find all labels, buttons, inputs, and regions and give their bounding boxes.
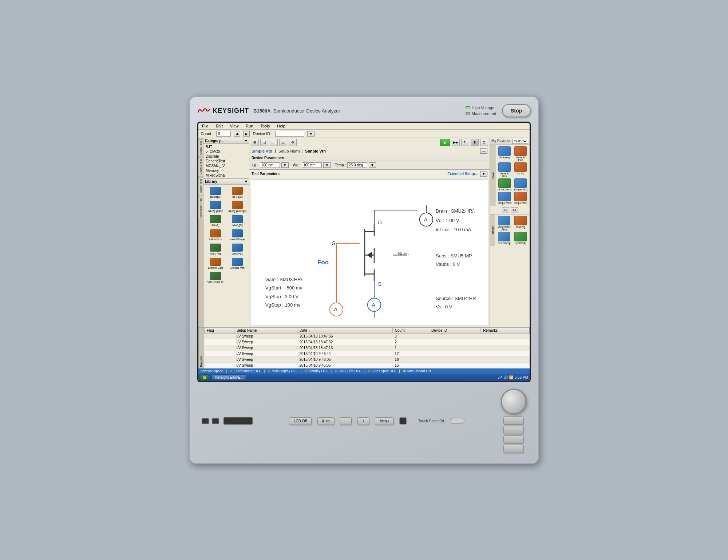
lib-item-itsub[interactable]: Itsub-Vg bbox=[205, 243, 226, 256]
fav-qscv4[interactable]: QSCV[4] bbox=[513, 232, 528, 244]
menu-tools[interactable]: Tools bbox=[259, 123, 272, 129]
menu-run[interactable]: Run bbox=[244, 123, 254, 129]
pause-button[interactable]: ⏸ bbox=[471, 139, 479, 146]
icon-btn-more[interactable]: ⚙ bbox=[289, 139, 297, 146]
col-count[interactable]: Count bbox=[392, 328, 429, 334]
large-knob[interactable] bbox=[501, 389, 526, 414]
lcd-off-button[interactable]: LCD Off bbox=[289, 417, 312, 425]
temp-input[interactable] bbox=[347, 162, 367, 168]
svg-text:Gate : SMU3:HR/.: Gate : SMU3:HR/. bbox=[265, 277, 304, 282]
svg-text:A: A bbox=[334, 307, 338, 312]
fav-diode-iv-fwd[interactable]: Diode IV Fwd bbox=[513, 146, 528, 161]
lib-item-vthconstid[interactable]: Vth Const Id bbox=[205, 271, 226, 284]
lib-item-ionoff[interactable]: IonIoffSlope bbox=[227, 229, 248, 242]
toolbar-btn2[interactable]: ▶ bbox=[243, 131, 250, 137]
tab-classic-test[interactable]: Classic Test bbox=[198, 157, 203, 177]
lib-item-pulse3[interactable]: pulse[3] bbox=[205, 186, 226, 199]
lib-item-idvg3[interactable]: Id-Vg[3] bbox=[227, 214, 248, 228]
category-discrete[interactable]: Discrete bbox=[204, 154, 249, 159]
expand-right-btn[interactable]: >> bbox=[502, 207, 509, 213]
lib-item-simplevth[interactable]: Simple Vth bbox=[227, 257, 248, 270]
taskbar-app[interactable]: Keysight EasyE... bbox=[211, 374, 246, 380]
status-separator2: | bbox=[264, 369, 265, 373]
fav-simple-vth3[interactable]: Simple Vth3 bbox=[497, 192, 512, 204]
favorite-select[interactable]: Test1 bbox=[512, 139, 528, 144]
tab-tracer-test[interactable]: Tracer Test bbox=[198, 177, 203, 196]
fav-cv-sweep[interactable]: C-V Sweep bbox=[496, 232, 512, 244]
lib-item-qscv4[interactable]: QSCV[4] bbox=[227, 243, 248, 256]
lib-item-idvgpulse3[interactable]: Id-Vg pulse[3] bbox=[227, 200, 248, 213]
fav-3dvg[interactable]: 3d-Vg bbox=[513, 162, 528, 177]
col-flag[interactable]: Flag bbox=[205, 328, 234, 334]
minus-button[interactable]: − bbox=[340, 417, 352, 425]
fav-idvd-demo[interactable]: Id-Vd Demo bbox=[497, 178, 512, 191]
icon-btn-list[interactable]: ☰ bbox=[279, 139, 287, 146]
col-date[interactable]: Date ↓ bbox=[297, 328, 392, 334]
toolbar-row: Count : ◀ ▶ Device ID : ▼ bbox=[198, 130, 530, 138]
col-remarks[interactable]: Remarks bbox=[481, 328, 530, 334]
lib-item-3dvgpulse[interactable]: 3d-Vg pulse bbox=[205, 200, 226, 213]
wg-input[interactable] bbox=[302, 162, 322, 168]
menu-help[interactable]: Help bbox=[276, 123, 287, 129]
fav-simple-vth2[interactable]: Simple Vth2 bbox=[513, 178, 528, 191]
results-tab-label[interactable]: Results bbox=[198, 327, 204, 368]
library-icons: pulse[3] Id-Vd[3] 3d-Vg pu bbox=[203, 185, 249, 286]
lib-item-idvd3[interactable]: Id-Vd[3] bbox=[227, 186, 248, 199]
icon-btn-setup[interactable]: ⊞ bbox=[251, 139, 259, 146]
side-btn-2[interactable] bbox=[503, 426, 523, 434]
category-mcsmu[interactable]: MCSMU_IV bbox=[204, 163, 249, 168]
icon-btn-data[interactable]: 📊 bbox=[260, 139, 268, 146]
svg-text:VgStop : 3.00 V: VgStop : 3.00 V bbox=[265, 294, 298, 299]
step-button[interactable]: ▶▶ bbox=[452, 139, 460, 146]
lib-item-3dvg[interactable]: 3d-Vg bbox=[205, 214, 226, 228]
col-device-id[interactable]: Device ID bbox=[429, 328, 480, 334]
collapse-left-btn[interactable]: << bbox=[511, 207, 518, 213]
col-setup-name[interactable]: Setup Name bbox=[234, 328, 297, 334]
fav-simple-vth1[interactable]: Simple Vth1 bbox=[513, 192, 528, 204]
instrument-body: KEYSIGHT B1500A Semiconductor Device Ana… bbox=[189, 96, 539, 464]
touch-panel-toggle[interactable] bbox=[450, 418, 464, 424]
category-bjt[interactable]: BJT bbox=[204, 145, 249, 149]
toolbar-extra-btn[interactable]: ⊡ bbox=[480, 139, 488, 146]
refresh-button[interactable]: ↻ bbox=[461, 139, 469, 146]
lg-input[interactable] bbox=[260, 162, 280, 168]
tab-application-test[interactable]: Application Test bbox=[198, 196, 203, 220]
side-btn-1[interactable] bbox=[503, 417, 523, 425]
fav-itsub-vg[interactable]: Itsub-Vg bbox=[513, 216, 528, 231]
fav-iv-sweep[interactable]: I/V Sweep bbox=[497, 146, 512, 161]
lib-icon-idvd3 bbox=[232, 187, 243, 195]
temp-btn[interactable]: ▼ bbox=[369, 162, 376, 168]
top-bar: KEYSIGHT B1500A Semiconductor Device Ana… bbox=[197, 104, 531, 117]
menu-view[interactable]: View bbox=[229, 123, 240, 129]
toolbar-btn1[interactable]: ◀ bbox=[234, 131, 240, 137]
lib-item-simplecgb[interactable]: Simple Cgb bbox=[205, 257, 226, 270]
fav-diode-iv-rev[interactable]: Diode IV Rev bbox=[497, 162, 512, 177]
device-id-browse[interactable]: ▼ bbox=[307, 131, 314, 137]
start-button[interactable]: ⊞ bbox=[200, 374, 209, 380]
fav-vth-gmmax[interactable]: Vth gmMax Demo bbox=[496, 216, 512, 231]
device-id-input[interactable] bbox=[275, 131, 304, 137]
category-memory[interactable]: Memory bbox=[204, 168, 249, 173]
side-btn-4[interactable] bbox=[503, 445, 523, 453]
icon-btn-graph[interactable]: 📈 bbox=[270, 139, 278, 146]
lib-item-idrds[interactable]: IdRdsGds bbox=[205, 229, 226, 242]
category-generictest[interactable]: GenericTest bbox=[204, 159, 249, 163]
stop-button[interactable]: Stop bbox=[502, 104, 531, 117]
extended-setup-btn[interactable]: ▼ bbox=[480, 171, 487, 177]
wg-btn[interactable]: ▼ bbox=[323, 162, 331, 168]
auto-button[interactable]: Auto bbox=[317, 417, 335, 425]
status-separator4: | bbox=[331, 369, 332, 373]
category-mixedsignal[interactable]: MixedSignal bbox=[204, 173, 249, 178]
lg-btn[interactable]: ▼ bbox=[281, 162, 289, 168]
category-cmos[interactable]: CMOS bbox=[204, 149, 249, 154]
side-btn-3[interactable] bbox=[503, 435, 523, 443]
plus-button[interactable]: + bbox=[357, 417, 369, 425]
count-input[interactable] bbox=[216, 131, 231, 137]
menu-button[interactable]: Menu bbox=[375, 417, 393, 425]
menu-edit[interactable]: Edit bbox=[214, 123, 224, 129]
run-button[interactable]: ▶ bbox=[440, 139, 450, 146]
tab-quick-test[interactable]: Quick Test bbox=[198, 139, 203, 157]
menu-file[interactable]: File bbox=[201, 123, 210, 129]
setup-collapse-btn[interactable]: — bbox=[480, 148, 487, 154]
usb-ports bbox=[202, 418, 219, 424]
